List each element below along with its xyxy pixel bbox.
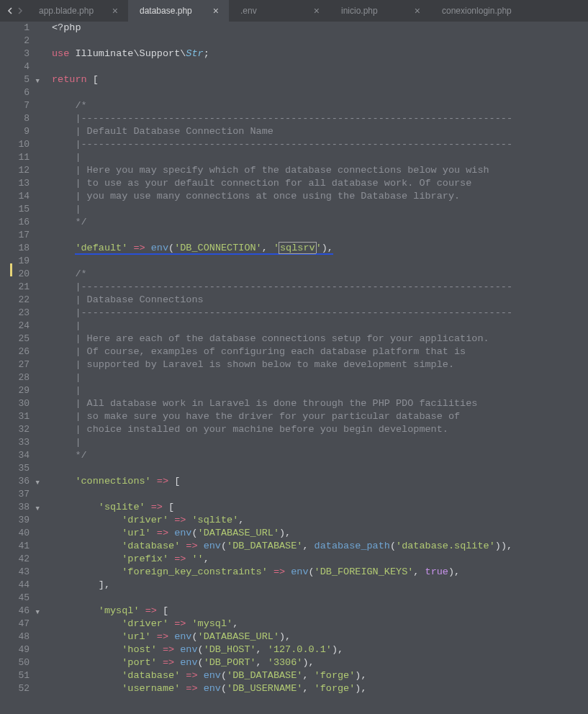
- line-number: 7: [0, 99, 30, 112]
- code-line: */: [52, 216, 588, 229]
- line-number: 9: [0, 125, 30, 138]
- code-line: 'url' => env('DATABASE_URL'),: [52, 527, 588, 540]
- code-line: | Of course, examples of configuring eac…: [52, 345, 588, 358]
- code-line: |---------------------------------------…: [52, 307, 588, 320]
- line-number: 18: [0, 242, 30, 255]
- code-line: | All database work in Laravel is done t…: [52, 397, 588, 410]
- line-number: 42: [0, 553, 30, 566]
- line-number: 47: [0, 618, 30, 631]
- code-line: |---------------------------------------…: [52, 138, 588, 151]
- code-line: |---------------------------------------…: [52, 281, 588, 294]
- line-number: 14: [0, 190, 30, 203]
- code-editor[interactable]: 12345▼6789101112131415161718192021222324…: [0, 22, 588, 714]
- code-line: [52, 488, 588, 501]
- line-number: 44: [0, 579, 30, 592]
- code-line: 'username' => env('DB_USERNAME', 'forge'…: [52, 682, 588, 695]
- close-icon[interactable]: ×: [213, 6, 219, 16]
- tab-inicio[interactable]: inicio.php ×: [330, 0, 430, 22]
- line-number: 52: [0, 682, 30, 695]
- code-line: |---------------------------------------…: [52, 112, 588, 125]
- line-number: 4: [0, 60, 30, 73]
- line-number: 1: [0, 22, 30, 35]
- line-number: 41: [0, 540, 30, 553]
- code-line: |: [52, 384, 588, 397]
- code-line: 'prefix' => '',: [52, 553, 588, 566]
- line-number: 38▼: [0, 501, 30, 514]
- line-number: 27: [0, 358, 30, 371]
- code-line: [52, 255, 588, 268]
- code-line: 'url' => env('DATABASE_URL'),: [52, 631, 588, 643]
- close-icon[interactable]: ×: [415, 6, 420, 16]
- line-number: 31: [0, 410, 30, 423]
- tab-label: database.php: [140, 6, 192, 16]
- code-line: | so make sure you have the driver for y…: [52, 410, 588, 423]
- tab-nav-arrows: [3, 7, 27, 14]
- line-number: 10: [0, 138, 30, 151]
- line-number: 23: [0, 307, 30, 320]
- code-line: 'port' => env('DB_PORT', '3306'),: [52, 656, 588, 669]
- code-line: 'foreign_key_constraints' => env('DB_FOR…: [52, 566, 588, 579]
- fold-icon[interactable]: ▼: [36, 476, 40, 489]
- line-number: 29: [0, 384, 30, 397]
- code-line: 'connections' => [: [52, 475, 588, 488]
- code-line: use Illuminate\Support\Str;: [52, 48, 588, 60]
- tab-database[interactable]: database.php ×: [128, 0, 229, 22]
- line-number: 3: [0, 48, 30, 60]
- code-line: | to use as your default connection for …: [52, 177, 588, 190]
- code-line: |: [52, 436, 588, 449]
- code-line: |: [52, 320, 588, 333]
- tab-bar: app.blade.php × database.php × .env × in…: [0, 0, 588, 22]
- code-line: 'default' => env('DB_CONNECTION', 'sqlsr…: [52, 242, 588, 255]
- code-line: 'database' => env('DB_DATABASE', 'forge'…: [52, 669, 588, 682]
- code-line: | supported by Laravel is shown below to…: [52, 358, 588, 371]
- code-line: */: [52, 449, 588, 462]
- line-number: 5▼: [0, 73, 30, 86]
- code-line: 'mysql' => [: [52, 605, 588, 618]
- line-number: 24: [0, 320, 30, 333]
- line-number: 17: [0, 229, 30, 242]
- line-number: 26: [0, 345, 30, 358]
- line-number: 30: [0, 397, 30, 410]
- tab-conexionlogin[interactable]: conexionlogin.php: [430, 0, 522, 22]
- code-line: 'driver' => 'mysql',: [52, 618, 588, 631]
- line-number: 39: [0, 514, 30, 527]
- close-icon[interactable]: ×: [112, 6, 118, 16]
- line-number: 43: [0, 566, 30, 579]
- line-number-gutter: 12345▼6789101112131415161718192021222324…: [0, 22, 43, 714]
- code-line: 'host' => env('DB_HOST', '127.0.0.1'),: [52, 643, 588, 656]
- line-number: 33: [0, 436, 30, 449]
- code-line: | Database Connections: [52, 294, 588, 307]
- tab-app-blade[interactable]: app.blade.php ×: [27, 0, 128, 22]
- line-number: 35: [0, 462, 30, 475]
- line-number: 11: [0, 151, 30, 164]
- line-number: 13: [0, 177, 30, 190]
- code-line: <?php: [52, 22, 588, 35]
- line-number: 36▼: [0, 475, 30, 488]
- code-line: | Here are each of the database connecti…: [52, 333, 588, 345]
- line-number: 46▼: [0, 605, 30, 618]
- line-number: 45: [0, 592, 30, 605]
- code-area[interactable]: <?phpuse Illuminate\Support\Str;return […: [43, 22, 588, 714]
- close-icon[interactable]: ×: [314, 6, 320, 16]
- line-number: 49: [0, 643, 30, 656]
- code-line: [52, 86, 588, 99]
- code-line: 'sqlite' => [: [52, 501, 588, 514]
- line-number: 51: [0, 669, 30, 682]
- line-number: 8: [0, 112, 30, 125]
- fold-icon[interactable]: ▼: [36, 75, 40, 88]
- tab-nav-prev-icon[interactable]: [7, 7, 14, 14]
- fold-icon[interactable]: ▼: [36, 502, 40, 515]
- line-number: 40: [0, 527, 30, 540]
- vertical-scrollbar[interactable]: [577, 22, 588, 714]
- tab-env[interactable]: .env ×: [229, 0, 330, 22]
- tab-label: app.blade.php: [39, 6, 94, 16]
- line-number: 20: [0, 268, 30, 281]
- line-number: 12: [0, 164, 30, 177]
- line-number: 37: [0, 488, 30, 501]
- fold-icon[interactable]: ▼: [36, 606, 40, 619]
- tab-label: .env: [240, 6, 257, 16]
- code-line: [52, 229, 588, 242]
- code-line: [52, 592, 588, 605]
- tab-nav-next-icon[interactable]: [16, 7, 23, 14]
- code-line: |: [52, 151, 588, 164]
